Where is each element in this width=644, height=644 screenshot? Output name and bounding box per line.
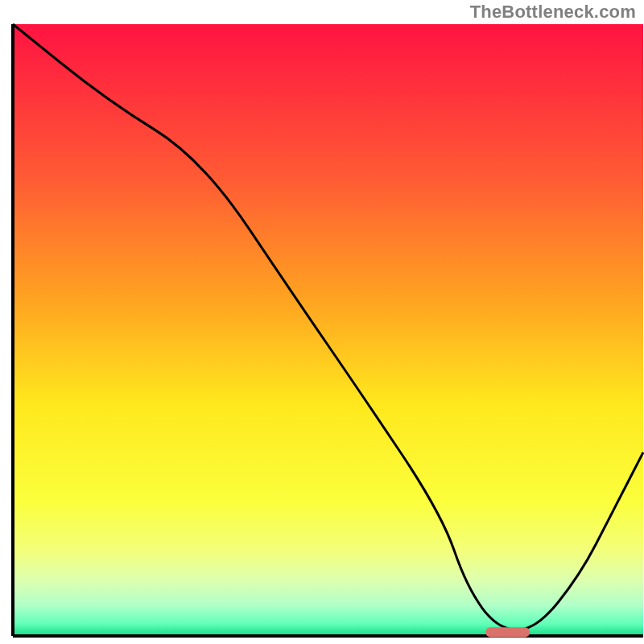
plot-background <box>13 24 643 636</box>
optimal-marker <box>485 627 530 637</box>
bottleneck-chart <box>0 0 644 644</box>
chart-container: { "watermark": "TheBottleneck.com", "cha… <box>0 0 644 644</box>
